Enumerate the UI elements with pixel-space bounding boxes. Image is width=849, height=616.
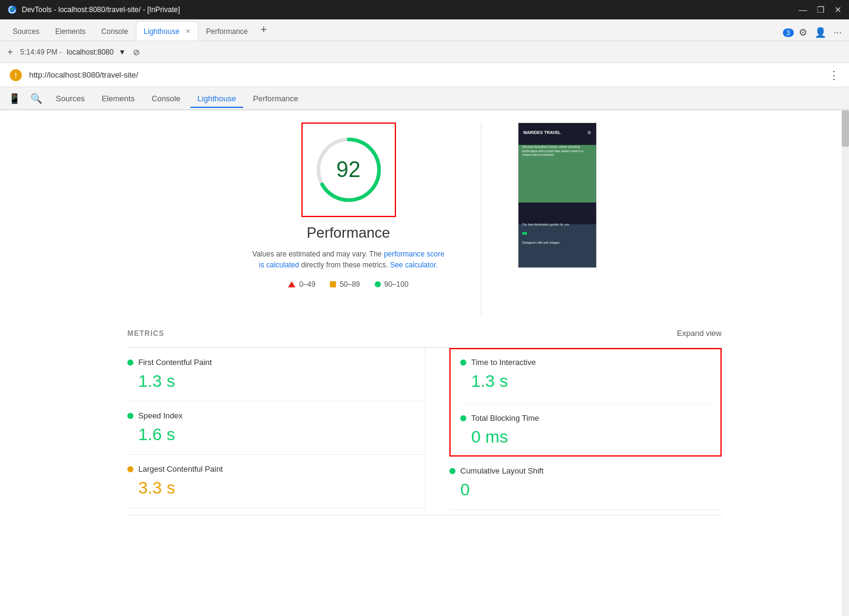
legend-poor: 0–49	[288, 280, 315, 289]
tab-bar: Sources Elements Console Lighthouse ✕ Pe…	[0, 19, 849, 41]
needs-improvement-icon	[330, 281, 336, 287]
tab-lighthouse-label: Lighthouse	[144, 27, 180, 36]
metric-tti: Time to Interactive 1.3 s	[460, 358, 711, 391]
needs-improvement-range: 50–89	[340, 280, 360, 289]
metrics-section: METRICS Expand view First Contentful Pai…	[91, 329, 758, 515]
toolbar: + 5:14:49 PM - localhost:8080 ▼ ⊘	[0, 41, 849, 63]
minimize-button[interactable]: —	[799, 5, 807, 15]
metric-lcp: Largest Contentful Paint 3.3 s	[127, 455, 424, 508]
settings-icon[interactable]: ⚙	[796, 24, 810, 41]
metrics-left-column: First Contentful Paint 1.3 s Speed Index…	[127, 348, 424, 510]
dropdown-icon[interactable]: ▼	[118, 48, 126, 56]
metric-lcp-header: Largest Contentful Paint	[127, 464, 424, 474]
new-tab-icon[interactable]: +	[5, 44, 15, 60]
metrics-header: METRICS Expand view	[127, 329, 722, 338]
scrollbar[interactable]	[842, 110, 849, 616]
metric-cls-indicator	[449, 468, 455, 474]
metric-tti-indicator	[460, 360, 466, 366]
screenshot-logo-text: MARIDES TRAVEL	[523, 130, 561, 135]
devtools-nav: 📱 🔍 Sources Elements Console Lighthouse …	[0, 87, 849, 110]
more-icon[interactable]: ···	[831, 25, 844, 41]
url-bar: 5:14:49 PM - localhost:8080 ▼ ⊘	[20, 47, 140, 57]
perf-description-text: Values are estimated and may vary. The	[252, 250, 381, 258]
metrics-title: METRICS	[127, 329, 164, 338]
screenshot-cta-button	[522, 232, 527, 235]
screenshot-bottom-label: Our best destination guides for you	[522, 223, 592, 226]
metric-tbt-name: Total Blocking Time	[471, 413, 539, 423]
metric-tbt-header: Total Blocking Time	[460, 413, 711, 423]
screenshot-menu-icon: ≡	[588, 129, 591, 136]
metric-tti-header: Time to Interactive	[460, 358, 711, 367]
tab-performance[interactable]: Performance	[198, 21, 256, 41]
metric-cls-header: Cumulative Layout Shift	[449, 466, 722, 475]
browser-icon	[7, 5, 17, 15]
nav-item-lighthouse[interactable]: Lighthouse	[190, 90, 244, 108]
toolbar-host: localhost:8080	[67, 48, 113, 56]
address-more-icon[interactable]: ⋮	[828, 69, 839, 82]
address-bar: ! http://localhost:8080/travel-site/ ⋮	[0, 63, 849, 87]
tab-elements-label: Elements	[55, 27, 86, 36]
metric-tbt-value: 0 ms	[460, 427, 711, 447]
performance-score: 92	[336, 157, 360, 182]
metric-tti-value: 1.3 s	[460, 372, 711, 391]
nav-item-elements[interactable]: Elements	[95, 90, 142, 108]
close-button[interactable]: ✕	[834, 5, 842, 15]
metric-tti-name: Time to Interactive	[471, 358, 535, 367]
good-icon	[375, 281, 381, 287]
metric-cls: Cumulative Layout Shift 0	[449, 457, 722, 510]
inspect-icon[interactable]: 🔍	[27, 89, 46, 108]
performance-title: Performance	[307, 224, 390, 241]
profile-icon[interactable]: 👤	[812, 24, 829, 41]
metrics-right-column: Time to Interactive 1.3 s Total Blocking…	[424, 348, 722, 510]
tab-actions: 3 ⚙ 👤 ···	[783, 24, 849, 41]
device-toolbar-icon[interactable]: 📱	[5, 89, 24, 108]
metric-si-name: Speed Index	[138, 411, 183, 420]
legend-good: 90–100	[375, 280, 409, 289]
nav-item-performance[interactable]: Performance	[246, 90, 305, 108]
metric-tbt-indicator	[460, 415, 466, 421]
screenshot-description: Discover beautiful Corsica, where stunni…	[522, 145, 592, 157]
address-url[interactable]: http://localhost:8080/travel-site/	[29, 70, 821, 79]
metric-si-indicator	[127, 413, 133, 419]
metrics-grid: First Contentful Paint 1.3 s Speed Index…	[127, 348, 722, 510]
poor-icon	[288, 281, 295, 287]
nav-item-console[interactable]: Console	[144, 90, 188, 108]
legend-needs-improvement: 50–89	[330, 280, 360, 289]
tab-lighthouse-close[interactable]: ✕	[186, 28, 190, 35]
metric-fcp-indicator	[127, 360, 133, 366]
metric-cls-value: 0	[449, 480, 722, 500]
add-tab-button[interactable]: +	[256, 24, 272, 36]
metric-si-header: Speed Index	[127, 411, 424, 420]
score-circle: 92	[312, 133, 385, 206]
metric-si: Speed Index 1.6 s	[127, 401, 424, 455]
tab-elements[interactable]: Elements	[47, 21, 93, 41]
site-screenshot: MARIDES TRAVEL ≡ Discover beautiful Cors…	[518, 122, 597, 268]
see-calculator-link[interactable]: See calculator.	[390, 261, 438, 269]
expand-view-button[interactable]: Expand view	[677, 329, 722, 338]
nav-item-sources[interactable]: Sources	[49, 90, 92, 108]
title-bar: DevTools - localhost:8080/travel-site/ -…	[0, 0, 849, 19]
tab-lighthouse[interactable]: Lighthouse ✕	[136, 21, 198, 41]
toolbar-time: 5:14:49 PM -	[20, 48, 62, 56]
metric-tbt: Total Blocking Time 0 ms	[460, 403, 711, 447]
score-legend: 0–49 50–89 90–100	[288, 280, 408, 289]
notification-badge: 3	[783, 28, 794, 37]
screenshot-header: MARIDES TRAVEL ≡	[518, 123, 596, 141]
metric-si-value: 1.6 s	[127, 425, 424, 444]
title-bar-text: DevTools - localhost:8080/travel-site/ -…	[22, 5, 180, 14]
tab-console-label: Console	[101, 27, 128, 36]
security-icon: !	[10, 69, 22, 81]
score-area: 92 Performance Values are estimated and …	[252, 122, 445, 289]
tab-sources[interactable]: Sources	[5, 21, 47, 41]
metric-lcp-name: Largest Contentful Paint	[138, 464, 223, 474]
metric-cls-name: Cumulative Layout Shift	[460, 466, 543, 475]
tab-sources-label: Sources	[13, 27, 39, 36]
metric-lcp-indicator	[127, 466, 133, 472]
block-icon[interactable]: ⊘	[133, 47, 140, 57]
maximize-button[interactable]: ❐	[817, 5, 825, 15]
metric-fcp-value: 1.3 s	[127, 372, 424, 391]
scrollbar-thumb[interactable]	[842, 110, 849, 147]
metric-lcp-value: 3.3 s	[127, 478, 424, 498]
tab-console[interactable]: Console	[93, 21, 136, 41]
section-divider	[481, 122, 482, 316]
